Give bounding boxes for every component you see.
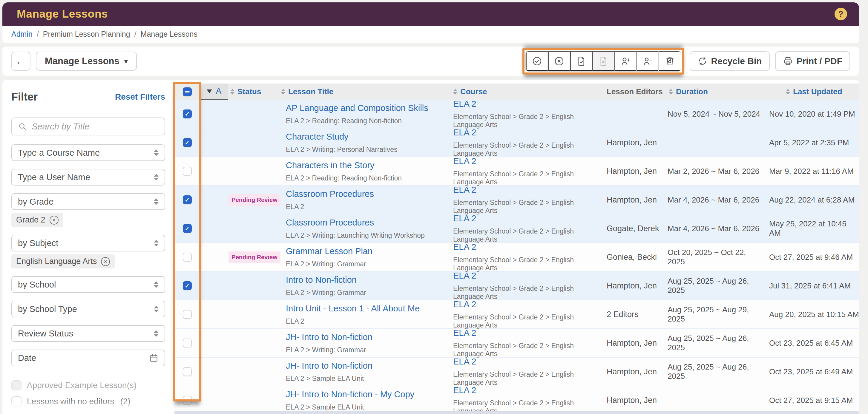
row-checkbox[interactable]: ✓ [183, 195, 192, 204]
back-button[interactable]: ← [11, 51, 30, 71]
approve-seal-icon [532, 56, 542, 67]
reset-filters-link[interactable]: Reset Filters [115, 92, 165, 102]
last-updated: Jul 31, 2025 at 6:41 AM [765, 281, 859, 290]
course-link[interactable]: ELA 2 [453, 271, 592, 281]
lesson-title-link[interactable]: Intro to Non-fiction [286, 275, 448, 285]
row-checkbox[interactable] [183, 367, 192, 376]
course-cell: ELA 2 Elementary School > Grade 2 > Engl… [448, 357, 592, 386]
row-checkbox-cell [174, 253, 200, 262]
duration: Mar 4, 2026 ~ Mar 6, 2026 [666, 224, 765, 233]
checkbox-lessons-no-content[interactable]: Lessons with no content (2) [11, 412, 165, 414]
last-updated: Aug 20, 2025 at 10:15 AM [765, 310, 859, 319]
filter-panel: Filter Reset Filters Type a Course Name … [2, 80, 173, 414]
lesson-editors: Goniea, Becki [592, 253, 666, 262]
lesson-title-link[interactable]: AP Language and Composition Skills [286, 103, 448, 113]
lesson-title-link[interactable]: Character Study [286, 132, 448, 142]
chip-label: English Language Arts [16, 257, 97, 266]
row-checkbox[interactable] [183, 396, 192, 405]
add-editor-button[interactable] [614, 51, 637, 71]
add-editor-icon [620, 56, 631, 67]
school-select[interactable]: by School [11, 276, 165, 293]
column-header-course[interactable]: Course [448, 83, 592, 100]
question-icon: ? [838, 9, 843, 19]
toolbar-right: Recycle Bin Print / PDF [522, 48, 850, 75]
view-selector-dropdown[interactable]: Manage Lessons ▾ [36, 51, 137, 71]
course-link[interactable]: ELA 2 [453, 100, 592, 109]
lesson-title-link[interactable]: JH- Intro to Non-fiction - My Copy [286, 389, 448, 400]
remove-editor-button[interactable] [637, 51, 659, 71]
checkbox-icon [11, 413, 22, 414]
row-checkbox[interactable] [183, 167, 192, 176]
reject-octagon-button[interactable] [548, 51, 570, 71]
lesson-title-link[interactable]: Classroom Procedures [286, 218, 448, 228]
help-button[interactable]: ? [835, 8, 847, 20]
column-header-duration[interactable]: Duration [666, 83, 765, 100]
lesson-title-link[interactable]: JH- Intro to Non-fiction [286, 332, 448, 342]
move-to-trash-button[interactable] [659, 51, 681, 71]
column-header-status[interactable]: Status [228, 83, 281, 100]
page-header: Manage Lessons ? [2, 2, 859, 26]
column-header-lesson-title[interactable]: Lesson Title [281, 83, 448, 100]
course-link[interactable]: ELA 2 [453, 185, 592, 195]
breadcrumb: Admin / Premium Lesson Planning / Manage… [2, 26, 859, 43]
row-checkbox-cell [174, 310, 200, 319]
lesson-title-link[interactable]: Characters in the Story [286, 161, 448, 170]
search-input[interactable] [32, 122, 159, 132]
chip-remove-icon[interactable]: × [101, 257, 110, 266]
last-updated: Oct 27, 2025 at 9:15 AM [765, 396, 859, 405]
course-link[interactable]: ELA 2 [453, 300, 592, 309]
search-by-title-box [11, 117, 165, 135]
lesson-title-cell: JH- Intro to Non-fiction - My Copy ELA 2… [281, 389, 448, 411]
row-checkbox[interactable]: ✓ [183, 109, 192, 118]
course-name-select[interactable]: Type a Course Name [11, 144, 165, 161]
date-filter[interactable]: Date [11, 350, 165, 366]
row-checkbox[interactable] [183, 339, 192, 347]
lesson-title-link[interactable]: Classroom Procedures [286, 189, 448, 199]
review-status-select[interactable]: Review Status [11, 325, 165, 342]
checkbox-lessons-no-editors[interactable]: Lessons with no editors (2) [11, 395, 165, 408]
row-checkbox[interactable] [183, 253, 192, 262]
breadcrumb-section: Premium Lesson Planning [43, 30, 130, 38]
row-checkbox[interactable]: ✓ [183, 224, 192, 233]
row-checkbox-cell: ✓ [174, 138, 200, 147]
select-all-checkbox[interactable] [183, 88, 192, 96]
checkbox-icon [11, 380, 22, 390]
bulk-actions-dropdown[interactable]: A [200, 83, 228, 100]
table-header: A Status Lesson Title Course Lesson Edit… [174, 83, 859, 100]
lesson-title-link[interactable]: Grammar Lesson Plan [286, 246, 448, 256]
row-checkbox-cell: ✓ [174, 281, 200, 290]
column-header-last-updated[interactable]: Last Updated [765, 83, 859, 100]
grade-select[interactable]: by Grade [11, 193, 165, 210]
school-type-select[interactable]: by School Type [11, 301, 165, 317]
course-link[interactable]: ELA 2 [453, 156, 592, 166]
course-link[interactable]: ELA 2 [453, 242, 592, 252]
row-checkbox-cell [174, 339, 200, 347]
horizontal-scrollbar[interactable] [174, 411, 859, 414]
document-approve-icon [576, 56, 587, 67]
course-link[interactable]: ELA 2 [453, 128, 592, 138]
bulk-actions-label: A [216, 86, 221, 96]
row-checkbox[interactable] [183, 310, 192, 319]
row-checkbox[interactable]: ✓ [183, 281, 192, 290]
course-link[interactable]: ELA 2 [453, 385, 592, 395]
user-name-select[interactable]: Type a User Name [11, 169, 165, 185]
course-link[interactable]: ELA 2 [453, 357, 592, 367]
lesson-title-link[interactable]: Intro Unit - Lesson 1 - All About Me [286, 304, 448, 313]
row-checkbox[interactable]: ✓ [183, 138, 192, 147]
lesson-subtitle: ELA 2 > Reading: Reading Non-fiction [286, 174, 448, 182]
duration: Aug 25, 2025 ~ Aug 29, 2025 [666, 305, 765, 323]
course-cell: ELA 2 Elementary School > Grade 2 > Engl… [448, 271, 592, 301]
lesson-title-cell: JH- Intro to Non-fiction ELA 2 > Writing… [281, 332, 448, 354]
last-updated: Nov 10, 2020 at 1:49 PM [765, 109, 859, 119]
breadcrumb-admin-link[interactable]: Admin [11, 30, 33, 38]
lesson-title-cell: Characters in the Story ELA 2 > Reading:… [281, 161, 448, 182]
approve-seal-button[interactable] [526, 51, 548, 71]
print-pdf-button[interactable]: Print / PDF [775, 51, 850, 71]
lesson-title-link[interactable]: JH- Intro to Non-fiction [286, 361, 448, 371]
subject-select[interactable]: by Subject [11, 235, 165, 251]
course-link[interactable]: ELA 2 [453, 213, 592, 223]
course-link[interactable]: ELA 2 [453, 328, 592, 338]
document-approve-button[interactable] [570, 51, 592, 71]
chip-remove-icon[interactable]: × [50, 216, 59, 225]
recycle-bin-button[interactable]: Recycle Bin [690, 51, 770, 71]
